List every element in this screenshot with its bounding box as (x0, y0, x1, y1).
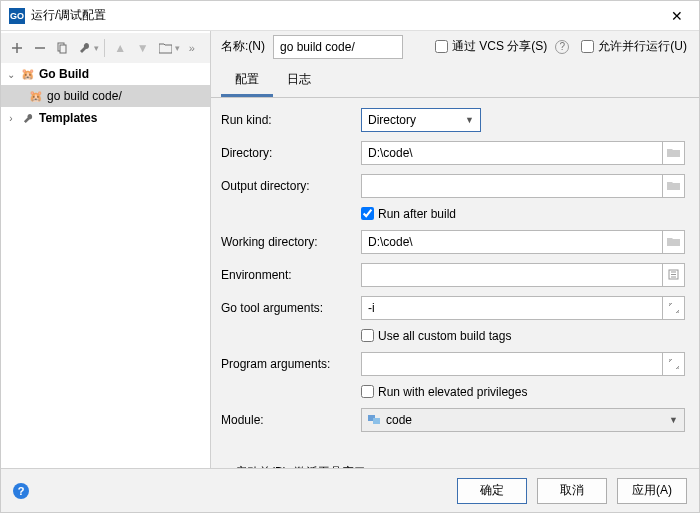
chevron-down-icon: ▼ (669, 415, 678, 425)
env-label: Environment: (221, 268, 361, 282)
list-icon[interactable] (663, 263, 685, 287)
parallel-checkbox[interactable]: 允许并行运行(U) (581, 38, 687, 55)
prog-args-input[interactable] (361, 352, 663, 376)
directory-input[interactable]: D:\code\ (361, 141, 663, 165)
add-icon[interactable] (7, 37, 28, 59)
help-icon[interactable]: ? (555, 40, 569, 54)
browse-folder-icon[interactable] (663, 174, 685, 198)
wrench-icon[interactable] (75, 37, 96, 59)
working-dir-label: Working directory: (221, 235, 361, 249)
tree-label: Templates (39, 111, 97, 125)
chevron-right-icon[interactable]: › (5, 113, 17, 124)
expand-icon[interactable] (663, 352, 685, 376)
custom-tags-checkbox[interactable]: Use all custom build tags (361, 329, 511, 343)
browse-folder-icon[interactable] (663, 230, 685, 254)
output-dir-input[interactable] (361, 174, 663, 198)
wrench-icon (21, 113, 35, 124)
close-icon[interactable]: ✕ (663, 4, 691, 28)
expand-icon[interactable] (663, 296, 685, 320)
module-select[interactable]: code▼ (361, 408, 685, 432)
dialog-footer: ? 确定 取消 应用(A) (1, 468, 699, 512)
window-title: 运行/调试配置 (31, 7, 106, 24)
gopher-icon: 🐹 (29, 90, 43, 103)
name-label: 名称:(N) (221, 38, 265, 55)
working-dir-input[interactable]: D:\code\ (361, 230, 663, 254)
svg-rect-4 (373, 418, 380, 424)
separator (104, 39, 105, 57)
chevron-down-icon[interactable]: ⌄ (5, 69, 17, 80)
before-launch-section[interactable]: ▶ 启动前(B): 激活工具窗口 (221, 456, 685, 468)
copy-icon[interactable] (52, 37, 73, 59)
env-input[interactable] (361, 263, 663, 287)
main-panel: 名称:(N) 通过 VCS 分享(S) ? 允许并行运行(U) 配置 日志 Ru… (211, 31, 699, 468)
directory-label: Directory: (221, 146, 361, 160)
tab-config[interactable]: 配置 (221, 65, 273, 97)
chevrons-right-icon[interactable]: » (182, 37, 203, 59)
module-icon (368, 414, 380, 425)
remove-icon[interactable] (30, 37, 51, 59)
share-checkbox[interactable]: 通过 VCS 分享(S) (435, 38, 547, 55)
down-icon[interactable]: ▼ (133, 37, 154, 59)
tree-label: Go Build (39, 67, 89, 81)
titlebar: GO 运行/调试配置 ✕ (1, 1, 699, 31)
tab-log[interactable]: 日志 (273, 65, 325, 97)
tree-item-gobuild[interactable]: ⌄ 🐹 Go Build (1, 63, 210, 85)
tool-args-input[interactable]: -i (361, 296, 663, 320)
dropdown-caret-icon: ▾ (175, 43, 180, 53)
help-icon[interactable]: ? (13, 483, 29, 499)
tree-item-gobuild-code[interactable]: 🐹 go build code/ (1, 85, 210, 107)
tree-item-templates[interactable]: › Templates (1, 107, 210, 129)
sidebar: ▾ ▲ ▼ ▾ » ⌄ 🐹 Go Build 🐹 go build code/ … (1, 31, 211, 468)
gopher-icon: 🐹 (21, 68, 35, 81)
tool-args-label: Go tool arguments: (221, 301, 361, 315)
run-kind-label: Run kind: (221, 113, 361, 127)
sidebar-toolbar: ▾ ▲ ▼ ▾ » (1, 33, 210, 63)
elevated-checkbox[interactable]: Run with elevated privileges (361, 385, 527, 399)
dropdown-caret-icon: ▾ (94, 43, 99, 53)
up-icon[interactable]: ▲ (110, 37, 131, 59)
ok-button[interactable]: 确定 (457, 478, 527, 504)
svg-rect-1 (60, 45, 66, 53)
chevron-down-icon: ▼ (465, 115, 474, 125)
module-label: Module: (221, 413, 361, 427)
cancel-button[interactable]: 取消 (537, 478, 607, 504)
run-kind-select[interactable]: Directory▼ (361, 108, 481, 132)
config-form: Run kind: Directory▼ Directory: D:\code\… (211, 98, 699, 468)
output-dir-label: Output directory: (221, 179, 361, 193)
name-input[interactable] (273, 35, 403, 59)
browse-folder-icon[interactable] (663, 141, 685, 165)
app-logo-icon: GO (9, 8, 25, 24)
apply-button[interactable]: 应用(A) (617, 478, 687, 504)
folder-icon[interactable] (155, 37, 176, 59)
prog-args-label: Program arguments: (221, 357, 361, 371)
tabs: 配置 日志 (211, 65, 699, 98)
tree-label: go build code/ (47, 89, 122, 103)
run-after-build-checkbox[interactable]: Run after build (361, 207, 456, 221)
